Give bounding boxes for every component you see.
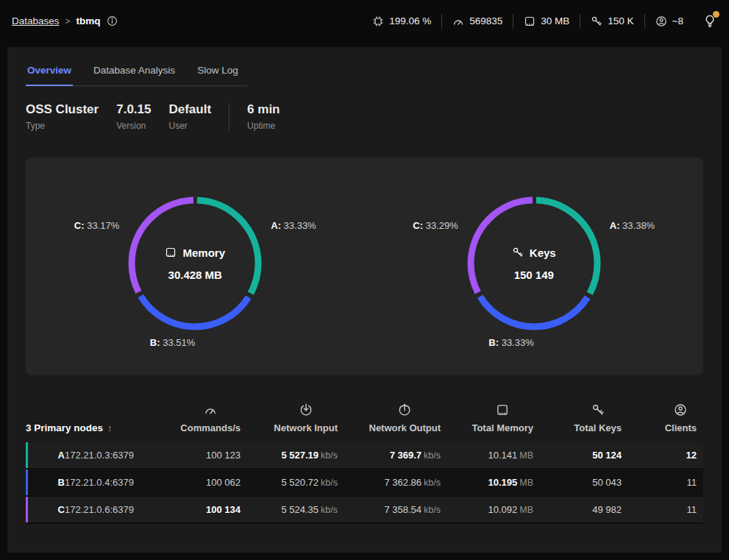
node-cell: C172.21.0.6:6379 [26,504,169,515]
metric-divider [644,14,645,29]
metric-value: 199.06 % [389,15,431,26]
info-value: OSS Cluster [26,102,99,117]
info-label: Version [116,121,151,131]
segment-label-a: A: 33.38% [610,220,655,231]
column-header-network-output[interactable]: Network Output [338,403,441,433]
metric-value: 30 MB [541,15,569,26]
download-icon [299,403,313,417]
tab-bar: OverviewDatabase AnalysisSlow Log [26,60,247,86]
metric-value: 569835 [469,15,502,26]
metric-memory: 30 MB [524,15,569,27]
key-icon [512,247,524,258]
table-cell: 5 527.19kb/s [241,450,338,461]
table-cell: 10.195MB [441,477,533,488]
table-row-node-c: C172.21.0.6:6379100 1345 524.35kb/s7 358… [26,497,703,524]
column-header-label: Network Output [369,422,441,433]
gauge-icon [452,15,464,27]
database-info-row: OSS ClusterType7.0.15VersionDefaultUser6… [26,102,703,131]
node-color-bar [26,497,28,522]
node-address: 172.21.0.3:6379 [65,450,134,461]
table-cell: 100 123 [169,450,241,461]
metric-divider [513,14,513,29]
donut-title-text: Keys [530,247,556,259]
column-header-label: Commands/s [180,422,241,433]
breadcrumb: Databases > tbmq [12,15,118,26]
donut-center: Memory30.428 MB [128,196,262,330]
table-body: A172.21.0.3:6379100 1235 527.19kb/s7 369… [26,442,703,524]
metric-cpu: 199.06 % [372,15,431,27]
memory-donut-chart: Memory30.428 MBA: 33.33%B: 33.51%C: 33.1… [26,157,365,375]
metric-value: 150 K [608,15,633,26]
table-cell: 7 369.7kb/s [338,450,441,461]
upload-icon [398,403,411,417]
breadcrumb-current: tbmq [77,15,101,26]
node-color-bar [26,442,28,468]
database-overview-panel: OverviewDatabase AnalysisSlow Log OSS Cl… [7,47,722,553]
tab-overview[interactable]: Overview [26,60,73,86]
user-icon [655,15,667,27]
info-label: User [168,121,211,131]
table-cell: 50 124 [533,450,622,461]
help-bulb-button[interactable] [703,14,717,29]
user-icon [674,403,687,417]
info-value: 7.0.15 [116,102,151,117]
table-cell: 100 134 [169,504,241,515]
column-header-commands-s[interactable]: Commands/s [169,403,241,433]
info-value: 6 min [247,102,280,117]
column-header-total-keys[interactable]: Total Keys [533,403,622,433]
donut-value: 30.428 MB [168,269,222,281]
segment-label-c: C: 33.29% [413,220,458,231]
table-row-node-b: B172.21.0.4:6379100 0625 520.72kb/s7 362… [26,469,703,497]
info-user: DefaultUser [168,102,211,131]
metric-divider [580,14,580,29]
column-header-primary-nodes[interactable]: 3 Primary nodes↑ [26,422,169,433]
tab-database-analysis[interactable]: Database Analysis [92,60,177,85]
table-cell: 49 982 [533,504,622,515]
memory-icon [165,247,177,258]
info-divider [229,104,230,130]
table-cell: 10.141MB [441,450,533,461]
node-color-bar [26,469,28,495]
info-type: OSS ClusterType [26,102,99,131]
nodes-table: 3 Primary nodes↑Commands/sNetwork InputN… [26,403,703,524]
column-header-network-input[interactable]: Network Input [241,403,338,433]
table-header-row: 3 Primary nodes↑Commands/sNetwork InputN… [26,403,703,442]
sort-asc-icon: ↑ [107,422,113,433]
memory-donut: Memory30.428 MBA: 33.33%B: 33.51%C: 33.1… [128,196,262,330]
table-cell: 100 062 [169,477,241,488]
table-cell: 12 [622,450,697,461]
header-metrics: 199.06 %56983530 MB150 K~8 [372,14,683,29]
table-row-node-a: A172.21.0.3:6379100 1235 527.19kb/s7 369… [26,442,703,469]
tab-slow-log[interactable]: Slow Log [196,60,240,85]
info-icon[interactable] [107,15,118,26]
column-header-label: Total Keys [574,422,622,433]
charts-card: Memory30.428 MBA: 33.33%B: 33.51%C: 33.1… [26,157,703,375]
node-address: 172.21.0.4:6379 [65,477,134,488]
gauge-icon [204,403,217,417]
table-cell: 5 520.72kb/s [241,477,338,488]
table-cell: 11 [622,504,697,515]
info-value: Default [168,102,211,117]
top-header: Databases > tbmq 199.06 %56983530 MB150 … [0,0,729,42]
node-letter: C [38,504,65,515]
node-letter: A [38,450,65,461]
info-label: Uptime [247,121,280,131]
column-header-clients[interactable]: Clients [622,403,697,433]
donut-value: 150 149 [514,269,554,281]
breadcrumb-databases-link[interactable]: Databases [12,15,60,26]
info-label: Type [26,121,99,131]
node-address: 172.21.0.6:6379 [65,504,134,515]
column-header-total-memory[interactable]: Total Memory [441,403,533,433]
column-header-label: Total Memory [472,422,533,433]
table-cell: 5 524.35kb/s [241,504,338,515]
memory-icon [524,15,536,27]
table-cell: 50 043 [533,477,622,488]
node-cell: B172.21.0.4:6379 [26,477,169,488]
key-icon [591,15,602,27]
donut-title-text: Memory [182,247,225,259]
table-cell: 10.092MB [441,504,533,515]
info-version: 7.0.15Version [116,102,151,131]
segment-label-a: A: 33.33% [271,220,316,231]
memory-icon [496,403,509,417]
segment-label-c: C: 33.17% [74,220,119,231]
